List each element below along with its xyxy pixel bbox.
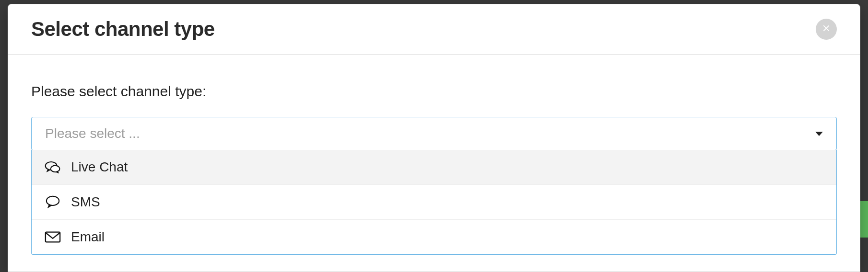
modal-header: Select channel type bbox=[8, 4, 860, 55]
option-email[interactable]: Email bbox=[32, 219, 836, 254]
channel-select-placeholder: Please select ... bbox=[45, 126, 140, 141]
channel-select-dropdown: Live Chat SMS bbox=[31, 150, 837, 255]
option-live-chat[interactable]: Live Chat bbox=[32, 150, 836, 184]
svg-rect-3 bbox=[46, 232, 60, 242]
svg-point-1 bbox=[51, 166, 60, 172]
channel-select-input[interactable]: Please select ... bbox=[31, 117, 837, 150]
chats-icon bbox=[44, 160, 61, 174]
caret-down-icon bbox=[815, 132, 823, 136]
modal-body: Please select channel type: Please selec… bbox=[8, 55, 860, 170]
option-label: Email bbox=[71, 229, 105, 245]
close-icon bbox=[821, 23, 832, 35]
svg-point-2 bbox=[47, 196, 59, 205]
select-channel-modal: Select channel type Please select channe… bbox=[8, 4, 860, 272]
option-sms[interactable]: SMS bbox=[32, 184, 836, 219]
comment-icon bbox=[44, 195, 61, 209]
prompt-label: Please select channel type: bbox=[31, 83, 837, 100]
close-button[interactable] bbox=[816, 19, 837, 40]
modal-title: Select channel type bbox=[31, 18, 215, 41]
option-label: SMS bbox=[71, 194, 100, 210]
option-label: Live Chat bbox=[71, 159, 128, 175]
envelope-icon bbox=[44, 230, 61, 244]
channel-select: Please select ... Live Chat bbox=[31, 117, 837, 150]
